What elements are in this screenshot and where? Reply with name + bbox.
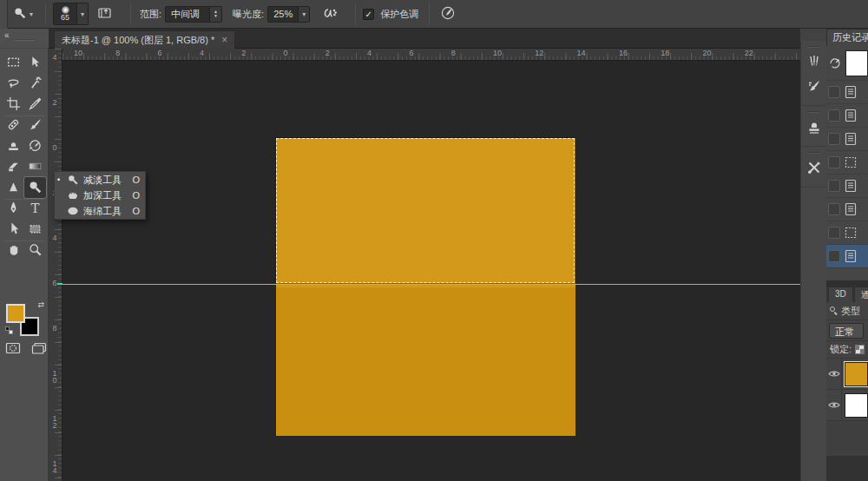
history-state-row[interactable] — [826, 198, 868, 221]
clone-stamp-tool[interactable] — [3, 135, 24, 156]
history-state-row[interactable] — [826, 245, 868, 268]
panel-divider — [826, 280, 868, 287]
history-step-icon — [844, 109, 858, 122]
toggle-brush-panel-button[interactable] — [97, 6, 115, 22]
exposure-label: 曝光度: — [233, 8, 264, 21]
type-tool[interactable]: T — [24, 198, 46, 219]
filter-kind-label[interactable]: 类型 — [841, 305, 860, 318]
flyout-item-sponge[interactable]: 海绵工具O — [55, 203, 145, 219]
history-brush-tool[interactable] — [24, 135, 46, 156]
clone-source-panel-button[interactable] — [804, 116, 825, 139]
history-source-checkbox[interactable] — [828, 156, 840, 168]
rectangular-marquee-tool[interactable] — [3, 52, 24, 73]
tool-preset-picker[interactable]: ▾ — [8, 6, 38, 22]
history-source-checkbox[interactable] — [828, 227, 840, 239]
horizontal-ruler[interactable]: 1086420246810121416182022 — [62, 49, 800, 61]
toolbar-collapse-header[interactable]: « — [0, 29, 49, 49]
brush-icon — [28, 117, 43, 134]
ruler-number: 10 — [493, 49, 502, 57]
ruler-number: 4 — [200, 49, 204, 57]
brush-presets-panel-button[interactable] — [804, 76, 825, 98]
history-state-row[interactable] — [826, 104, 868, 128]
history-brush-source-icon[interactable] — [828, 56, 844, 71]
drag-grip — [808, 46, 820, 48]
brush-size-picker[interactable]: 65 ▾ — [53, 3, 89, 25]
crop-tool[interactable] — [3, 94, 24, 115]
square-bottom-half — [276, 287, 575, 437]
magic-wand-tool[interactable] — [24, 73, 46, 94]
blend-mode-select[interactable]: 正常 — [829, 323, 864, 339]
range-select[interactable]: 中间调 ▲▼ — [165, 6, 222, 23]
eyedropper-tool[interactable] — [24, 94, 46, 115]
zoom-tool[interactable] — [24, 240, 46, 260]
rectangle-shape-tool[interactable] — [24, 219, 46, 240]
blur-tool[interactable] — [3, 177, 24, 198]
history-state-row[interactable] — [826, 175, 868, 198]
history-source-checkbox[interactable] — [828, 109, 840, 122]
flyout-item-dodge[interactable]: •减淡工具O — [55, 172, 145, 188]
layer-thumbnail[interactable] — [845, 362, 868, 386]
close-tab-icon[interactable]: × — [221, 34, 227, 46]
brush-dropdown-button[interactable]: ▾ — [77, 3, 89, 25]
history-source-checkbox[interactable] — [828, 86, 840, 98]
options-bar-grip[interactable] — [0, 0, 8, 29]
foreground-color-swatch[interactable] — [6, 304, 25, 323]
document-tab[interactable]: 未标题-1 @ 100% (图层 1, RGB/8) * × — [54, 30, 235, 49]
gradient-tool[interactable] — [24, 156, 46, 177]
panel-icon-strip — [800, 41, 826, 481]
background-layer-row[interactable] — [826, 390, 868, 421]
layer-visibility-toggle[interactable] — [826, 359, 842, 389]
ruler-number: 12 — [535, 49, 543, 57]
guide-line[interactable] — [62, 284, 800, 285]
tab-channels[interactable]: 通道 — [854, 287, 868, 302]
screen-mode-button[interactable] — [31, 342, 47, 356]
exposure-select[interactable]: 25% ▾ — [267, 6, 310, 23]
quick-mask-button[interactable] — [5, 342, 21, 356]
svg-text:T: T — [31, 201, 40, 215]
panel-icon-group — [801, 106, 826, 147]
tab-3d[interactable]: 3D — [828, 287, 853, 302]
lasso-tool[interactable] — [3, 73, 24, 94]
history-state-row[interactable] — [826, 151, 868, 175]
healing-brush-tool[interactable] — [3, 115, 24, 135]
history-source-checkbox[interactable] — [828, 250, 840, 262]
eraser-tool[interactable] — [3, 156, 24, 177]
history-source-checkbox[interactable] — [828, 203, 840, 215]
default-colors-icon[interactable] — [5, 326, 13, 334]
snapshot-thumbnail[interactable] — [845, 50, 868, 76]
ruler-number: 10 — [51, 370, 58, 384]
ruler-number: 2 — [51, 99, 58, 106]
layer-visibility-toggle[interactable] — [826, 390, 842, 420]
flyout-item-burn[interactable]: 加深工具O — [55, 188, 145, 203]
layer-thumbnail[interactable] — [845, 393, 868, 418]
vertical-ruler[interactable]: 4202468101214 — [49, 49, 62, 481]
tool-presets-panel-button[interactable] — [804, 157, 825, 180]
history-source-checkbox[interactable] — [828, 180, 840, 192]
lock-transparency-icon[interactable] — [855, 345, 865, 354]
history-source-checkbox[interactable] — [828, 133, 840, 145]
history-state-row[interactable] — [826, 81, 868, 104]
hand-tool[interactable] — [3, 240, 24, 260]
active-bullet: • — [57, 175, 63, 184]
document-viewport[interactable] — [62, 61, 800, 481]
brush-pressure-toggle-button[interactable] — [440, 6, 456, 22]
brush-tool[interactable] — [24, 115, 46, 135]
layer-1-row[interactable] — [826, 359, 868, 390]
airbrush-toggle-button[interactable] — [320, 7, 338, 21]
dodge-tool[interactable] — [24, 177, 46, 198]
history-panel-tab[interactable]: 历史记录 — [826, 29, 868, 46]
swap-colors-icon[interactable]: ⇄ — [37, 300, 44, 309]
ruler-number: 8 — [51, 325, 58, 332]
hand-icon — [6, 242, 21, 259]
history-state-row[interactable] — [826, 221, 868, 245]
pen-tool[interactable] — [3, 198, 24, 219]
move-tool[interactable] — [24, 52, 46, 73]
path-selection-tool[interactable] — [3, 219, 24, 240]
history-snapshot-row[interactable] — [826, 46, 868, 81]
history-state-row[interactable] — [826, 128, 868, 151]
tool-group-divider — [4, 199, 44, 200]
brush-settings-panel-button[interactable] — [804, 51, 825, 74]
protect-tones-checkbox[interactable]: ✓ — [363, 9, 374, 20]
pen-icon — [6, 201, 21, 217]
lock-label: 锁定: — [830, 343, 852, 356]
